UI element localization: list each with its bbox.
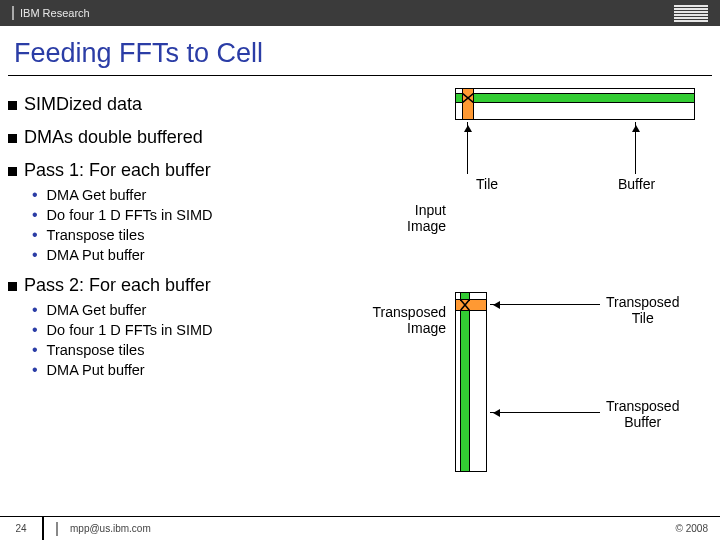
- header-brand: IBM Research: [20, 7, 90, 19]
- subitem-text: DMA Get buffer: [47, 187, 147, 203]
- footer-vbar: [56, 522, 58, 536]
- square-bullet-icon: [8, 101, 17, 110]
- subitem: •DMA Get buffer: [32, 187, 380, 203]
- sublist-2: •DMA Get buffer •Do four 1 D FFTs in SIM…: [32, 302, 380, 378]
- buffer-arrow-icon: [635, 122, 636, 174]
- subitem: •Transpose tiles: [32, 342, 380, 358]
- dot-bullet-icon: •: [32, 227, 38, 243]
- transposed-image-label: Transposed Image: [362, 304, 446, 336]
- bullet-text: Pass 1: For each buffer: [24, 160, 211, 181]
- page-number: 24: [0, 517, 44, 540]
- footer-bar: 24 mpp@us.ibm.com © 2008: [0, 516, 720, 540]
- tile-cross-icon: [460, 299, 470, 311]
- bullet-text: DMAs double buffered: [24, 127, 203, 148]
- subitem: •Do four 1 D FFTs in SIMD: [32, 207, 380, 223]
- bullet-text: Pass 2: For each buffer: [24, 275, 211, 296]
- subitem: •DMA Put buffer: [32, 247, 380, 263]
- transposed-tile-label: Transposed Tile: [606, 294, 679, 326]
- bullet-column: SIMDized data DMAs double buffered Pass …: [8, 82, 380, 388]
- header-bar: IBM Research: [0, 0, 720, 26]
- slide-title: Feeding FFTs to Cell: [0, 26, 720, 75]
- subitem-text: Transpose tiles: [47, 342, 145, 358]
- tile-arrow-icon: [467, 122, 468, 174]
- subitem: •DMA Put buffer: [32, 362, 380, 378]
- transposed-buffer-label: Transposed Buffer: [606, 398, 679, 430]
- bullet-1: SIMDized data: [8, 94, 380, 115]
- header-left: IBM Research: [12, 6, 90, 20]
- dot-bullet-icon: •: [32, 302, 38, 318]
- dot-bullet-icon: •: [32, 187, 38, 203]
- buffer-stripe: [456, 93, 694, 103]
- input-image-diagram: [455, 88, 695, 120]
- bullet-4: Pass 2: For each buffer: [8, 275, 380, 296]
- input-image-label: Input Image: [400, 202, 446, 234]
- tile-cross-icon: [462, 93, 474, 103]
- square-bullet-icon: [8, 282, 17, 291]
- tile-label: Tile: [476, 176, 498, 192]
- transposed-tile-arrow-icon: [490, 304, 600, 305]
- footer-mail: mpp@us.ibm.com: [70, 523, 151, 534]
- square-bullet-icon: [8, 134, 17, 143]
- bullet-3: Pass 1: For each buffer: [8, 160, 380, 181]
- bullet-2: DMAs double buffered: [8, 127, 380, 148]
- transposed-buffer-arrow-icon: [490, 412, 600, 413]
- dot-bullet-icon: •: [32, 247, 38, 263]
- diagram-column: Tile Buffer Input Image Transposed Image…: [380, 82, 710, 388]
- subitem: •Do four 1 D FFTs in SIMD: [32, 322, 380, 338]
- transposed-buffer-stripe: [460, 293, 470, 471]
- subitem-text: DMA Get buffer: [47, 302, 147, 318]
- subitem: •DMA Get buffer: [32, 302, 380, 318]
- dot-bullet-icon: •: [32, 322, 38, 338]
- subitem-text: Do four 1 D FFTs in SIMD: [47, 322, 213, 338]
- square-bullet-icon: [8, 167, 17, 176]
- subitem-text: Transpose tiles: [47, 227, 145, 243]
- subitem: •Transpose tiles: [32, 227, 380, 243]
- buffer-label: Buffer: [618, 176, 655, 192]
- subitem-text: Do four 1 D FFTs in SIMD: [47, 207, 213, 223]
- bullet-text: SIMDized data: [24, 94, 142, 115]
- ibm-logo-icon: [674, 5, 708, 22]
- transposed-image-diagram: [455, 292, 487, 472]
- dot-bullet-icon: •: [32, 362, 38, 378]
- dot-bullet-icon: •: [32, 342, 38, 358]
- subitem-text: DMA Put buffer: [47, 247, 145, 263]
- subitem-text: DMA Put buffer: [47, 362, 145, 378]
- dot-bullet-icon: •: [32, 207, 38, 223]
- sublist-1: •DMA Get buffer •Do four 1 D FFTs in SIM…: [32, 187, 380, 263]
- footer-copyright: © 2008: [676, 523, 708, 534]
- header-vbar: [12, 6, 14, 20]
- content-area: SIMDized data DMAs double buffered Pass …: [0, 76, 720, 388]
